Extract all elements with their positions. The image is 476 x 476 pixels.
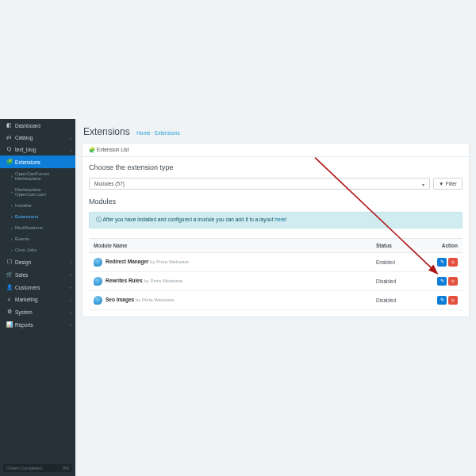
alert-here-link[interactable]: here — [274, 217, 285, 222]
delete-button[interactable]: ⦸ — [448, 258, 458, 267]
menu-icon: 🛒 — [6, 271, 12, 278]
chevron-right-icon: › — [70, 298, 71, 302]
table-row: Rewrites Rules by Pinta WebwareDisabled✎… — [89, 272, 463, 291]
module-vendor: by Pinta Webware — [150, 259, 189, 264]
sidebar-subitem-label: Marketplace OpenCart.com — [15, 187, 71, 197]
sidebar-subitem-cron-jobs[interactable]: ›Cron Jobs — [0, 244, 75, 255]
chevron-right-icon: › — [70, 136, 71, 140]
page-title: Extensions — [83, 126, 130, 137]
chevron-right-icon: › — [70, 159, 71, 164]
footer-label: Orders Completed — [6, 466, 42, 470]
edit-button[interactable]: ✎ — [437, 258, 447, 267]
sidebar-item-label: Dashboard — [15, 123, 40, 129]
module-status: Enabled — [371, 253, 415, 272]
sidebar-subitem-extensions[interactable]: ›Extensions — [0, 211, 75, 222]
modules-title: Modules — [89, 198, 463, 205]
sidebar-item-label: Extensions — [15, 159, 40, 165]
menu-icon: 📊 — [6, 321, 12, 328]
extension-type-select[interactable]: Modules (57) ▾ — [89, 178, 430, 190]
sidebar-item-customers[interactable]: 👤Customers› — [0, 281, 75, 294]
sidebar-item-marketing[interactable]: <Marketing› — [0, 294, 75, 305]
table-row: Redirect Manager by Pinta WebwareEnabled… — [89, 253, 463, 272]
sidebar-subitem-label: Events — [15, 236, 29, 241]
menu-icon: 🧩 — [6, 159, 12, 165]
sidebar-item-label: System — [15, 309, 33, 315]
edit-button[interactable]: ✎ — [437, 296, 447, 305]
sidebar-item-label: Design — [15, 259, 31, 265]
sidebar-subitem-opencartforum-marketplace[interactable]: ›OpenCartForum Marketplace — [0, 168, 75, 184]
col-action: Action — [415, 239, 463, 253]
panel-heading: 🧩 Extension List — [83, 144, 469, 157]
sidebar-subitem-label: Cron Jobs — [15, 248, 36, 252]
bullet-icon: › — [11, 203, 13, 208]
filter-button[interactable]: ▼Filter — [433, 178, 463, 190]
chevron-right-icon: › — [70, 309, 71, 314]
main-content: Extensions Home · Extensions 🧩 Extension… — [75, 119, 476, 476]
delete-button[interactable]: ⦸ — [448, 277, 458, 286]
sidebar: ◧Dashboard🏷Catalog›🗨text_blog›🧩Extension… — [0, 119, 75, 476]
sidebar-item-label: Customers — [15, 285, 40, 290]
sidebar-subitem-events[interactable]: ›Events — [0, 233, 75, 244]
sidebar-item-reports[interactable]: 📊Reports› — [0, 318, 75, 331]
bullet-icon: › — [11, 248, 13, 252]
panel-extension-list: 🧩 Extension List Choose the extension ty… — [82, 143, 470, 317]
alert-text: After you have installed and configured … — [102, 217, 274, 222]
sidebar-item-label: Catalog — [15, 135, 33, 140]
sidebar-item-label: Sales — [15, 272, 28, 278]
col-module-name: Module Name — [89, 239, 371, 253]
chevron-right-icon: › — [70, 322, 71, 327]
sidebar-subitem-label: Installer — [15, 203, 32, 208]
sidebar-item-label: Reports — [15, 322, 33, 328]
sidebar-item-sales[interactable]: 🛒Sales› — [0, 268, 75, 281]
chevron-right-icon: › — [70, 285, 71, 290]
chevron-down-icon: ▾ — [422, 181, 424, 186]
funnel-icon: ▼ — [439, 181, 443, 186]
footer-value: 0% — [63, 466, 69, 470]
menu-icon: ☐ — [6, 259, 12, 265]
sidebar-subitem-marketplace-opencart-com[interactable]: ›Marketplace OpenCart.com — [0, 184, 75, 200]
info-icon: ⓘ — [96, 217, 102, 222]
module-icon — [94, 296, 102, 305]
sidebar-item-dashboard[interactable]: ◧Dashboard — [0, 119, 75, 132]
sidebar-subitem-installer[interactable]: ›Installer — [0, 200, 75, 211]
menu-icon: ⚙ — [6, 309, 12, 315]
bullet-icon: › — [11, 174, 13, 178]
module-name: Rewrites Rules — [106, 278, 143, 283]
sidebar-item-text_blog[interactable]: 🗨text_blog› — [0, 144, 75, 155]
bullet-icon: › — [11, 214, 13, 219]
crumb-home[interactable]: Home — [136, 130, 150, 136]
sidebar-item-label: text_blog — [15, 147, 36, 152]
delete-button[interactable]: ⦸ — [448, 296, 458, 305]
sidebar-subitem-modifications[interactable]: ›Modifications — [0, 222, 75, 233]
module-name: Redirect Manager — [106, 259, 149, 264]
modules-table: Module Name Status Action Redirect Manag… — [89, 238, 463, 310]
module-status: Disabled — [371, 291, 415, 310]
bullet-icon: › — [11, 190, 13, 194]
chevron-right-icon: › — [70, 272, 71, 277]
sidebar-item-system[interactable]: ⚙System› — [0, 305, 75, 318]
sidebar-footer: Orders Completed 0% — [3, 464, 72, 472]
menu-icon: 🏷 — [6, 135, 12, 140]
menu-icon: 🗨 — [6, 147, 12, 152]
sidebar-item-extensions[interactable]: 🧩Extensions› — [0, 155, 75, 168]
module-vendor: by Pinta Webware — [144, 278, 182, 283]
breadcrumb: Home · Extensions — [136, 130, 180, 136]
bullet-icon: › — [11, 225, 13, 230]
module-status: Disabled — [371, 272, 415, 291]
module-icon — [94, 258, 102, 267]
menu-icon: < — [6, 297, 12, 302]
crumb-current[interactable]: Extensions — [155, 130, 180, 136]
bullet-icon: › — [11, 236, 13, 241]
select-value: Modules (57) — [94, 181, 125, 186]
sidebar-item-design[interactable]: ☐Design› — [0, 255, 75, 268]
table-row: Seo Images by Pinta WebwareDisabled✎⦸ — [89, 291, 463, 310]
sidebar-subitem-label: Extensions — [15, 214, 38, 219]
sidebar-subitem-label: OpenCartForum Marketplace — [15, 171, 71, 181]
sidebar-item-catalog[interactable]: 🏷Catalog› — [0, 132, 75, 144]
choose-type-title: Choose the extension type — [89, 163, 463, 171]
sidebar-item-label: Marketing — [15, 297, 38, 302]
edit-button[interactable]: ✎ — [437, 277, 447, 286]
page-header: Extensions Home · Extensions — [82, 119, 470, 143]
col-status: Status — [371, 239, 415, 253]
module-icon — [94, 277, 102, 286]
